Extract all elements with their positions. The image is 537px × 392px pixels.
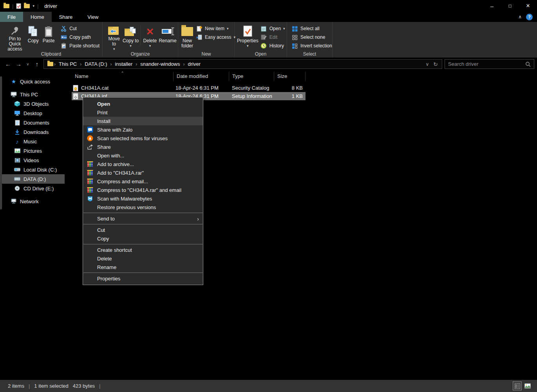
tab-view[interactable]: View [80,12,106,22]
column-header-date-modified[interactable]: Date modified [174,72,229,81]
menu-item-share-with-zalo[interactable]: Share with Zalo [83,125,203,134]
sidebar-scrollbar[interactable] [0,76,2,210]
sidebar-item-documents[interactable]: Documents [0,118,65,127]
breadcrumb-snander-windows[interactable]: snander-windows [137,61,183,67]
menu-item-restore-previous-versions[interactable]: Restore previous versions [83,203,203,211]
qat-new-folder-icon[interactable] [24,4,30,8]
copy-path-button[interactable]: Copy path [58,33,101,42]
menu-separator [83,213,203,213]
refresh-icon[interactable]: ↻ [433,61,438,67]
quick-access-toolbar: | ▾ | driver [0,3,57,9]
paste-button[interactable]: Paste [41,23,57,52]
recent-locations-chevron-icon[interactable]: ∨ [24,62,32,66]
rename-button[interactable]: Rename [158,23,177,52]
delete-x-icon: × [146,24,154,38]
tab-file[interactable]: File [0,12,23,22]
breadcrumb-driver[interactable]: driver [185,61,204,67]
menu-item-create-shortcut[interactable]: Create shortcut [83,246,203,254]
menu-item-open-with[interactable]: Open with... [83,151,203,160]
maximize-button[interactable]: □ [501,0,519,12]
menu-item-copy[interactable]: Copy [83,234,203,243]
menu-item-compress-to-rar-and-email[interactable]: Compress to "CH341A.rar" and email [83,186,203,194]
history-button[interactable]: History [259,42,287,50]
separator: | [99,383,100,389]
menu-item-share[interactable]: Share [83,143,203,151]
sidebar-item-3d-objects[interactable]: 3D Objects [0,99,65,108]
details-view-button[interactable] [513,381,522,390]
menu-item-properties[interactable]: Properties [83,274,203,283]
sidebar-item-data-d[interactable]: DATA (D:) [0,174,65,184]
sidebar-item-pictures[interactable]: Pictures [0,146,65,155]
column-header-size[interactable]: Size [274,72,306,81]
copy-button[interactable]: Copy [26,23,41,52]
copy-to-button[interactable]: Copy to ▾ [122,23,139,52]
new-folder-button[interactable]: New folder [181,23,193,52]
column-header-type[interactable]: Type [229,72,274,81]
forward-button[interactable]: → [13,61,24,67]
menu-item-open[interactable]: Open [83,99,203,108]
sidebar-item-desktop[interactable]: Desktop [0,108,65,118]
invert-selection-button[interactable]: Invert selection [289,42,334,50]
minimize-button[interactable]: – [483,0,501,12]
menu-item-rename[interactable]: Rename [83,263,203,271]
qat-customize-chevron-icon[interactable]: ▾ [33,4,34,8]
select-all-button[interactable]: Select all [289,24,334,33]
edit-icon [260,34,267,40]
select-none-button[interactable]: Select none [289,33,334,42]
back-button[interactable]: ← [3,61,13,67]
thumbnail-view-button[interactable] [523,381,532,390]
address-dropdown-chevron-icon[interactable]: ∨ [425,61,429,67]
menu-item-install[interactable]: Install [83,117,203,125]
cut-button[interactable]: Cut [58,24,101,33]
menu-item-send-to[interactable]: Send to › [83,214,203,223]
file-row-ch341a-cat[interactable]: CH341A.cat 18-Apr-24 6:31 PM Security Ca… [72,84,306,92]
tab-home[interactable]: Home [23,12,52,22]
breadcrumb-this-pc[interactable]: This PC [56,61,80,67]
close-button[interactable]: × [519,0,537,12]
new-item-button[interactable]: New item▾ [194,24,237,33]
sidebar-item-downloads[interactable]: Downloads [0,127,65,137]
menu-item-print[interactable]: Print [83,108,203,117]
up-button[interactable]: ↑ [32,61,42,67]
search-icon[interactable] [525,61,531,67]
breadcrumb-data-d[interactable]: DATA (D:) [81,61,110,67]
sidebar-item-quick-access[interactable]: ★ Quick access [0,77,65,86]
menu-item-compress-and-email[interactable]: Compress and email... [83,177,203,186]
menu-item-scan-with-malwarebytes[interactable]: Scan with Malwarebytes [83,194,203,203]
picture-icon [14,148,20,153]
sidebar-item-label: Documents [24,120,49,126]
menu-item-cut[interactable]: Cut [83,226,203,234]
sidebar-item-this-pc[interactable]: This PC [0,90,65,99]
menu-item-delete[interactable]: Delete [83,254,203,263]
qat-properties-icon[interactable] [16,3,21,9]
breadcrumb-installer[interactable]: installer [112,61,136,67]
paste-shortcut-button[interactable]: Paste shortcut [58,42,101,50]
properties-button[interactable]: Properties ▾ [237,23,259,52]
sidebar-item-label: DATA (D:) [24,176,46,182]
tab-share[interactable]: Share [52,12,80,22]
notepad-icon [260,25,267,32]
sidebar-item-local-disk-c[interactable]: Local Disk (C:) [0,165,65,174]
sidebar-item-music[interactable]: ♪ Music [0,137,65,146]
move-to-button[interactable]: Move to ▾ [106,23,122,52]
sidebar-item-cd-drive-e[interactable]: CD Drive (E:) [0,184,65,193]
menu-item-scan-for-viruses[interactable]: Scan selected items for viruses [83,134,203,143]
open-button[interactable]: Open ▾ [259,24,287,33]
button-label: New item [205,26,224,31]
address-bar[interactable]: › This PC › DATA (D:) › installer › snan… [43,59,442,69]
menu-item-add-to-rar[interactable]: Add to "CH341A.rar" [83,168,203,177]
pin-to-quick-access-button[interactable]: Pin to Quick access [4,23,26,52]
security-catalog-file-icon [73,85,78,91]
easy-access-button[interactable]: Easy access▾ [194,33,237,42]
delete-button[interactable]: × Delete ▾ [142,23,158,52]
menu-item-add-to-archive[interactable]: Add to archive... [83,160,203,168]
help-button[interactable]: ? [526,14,533,20]
search-input[interactable] [448,61,525,67]
edit-button[interactable]: Edit [259,33,287,42]
sidebar-item-videos[interactable]: Videos [0,155,65,165]
collapse-ribbon-icon[interactable]: ∧ [518,14,522,20]
search-box[interactable] [445,59,534,69]
winrar-icon [86,187,94,193]
sidebar-item-network[interactable]: Network [0,197,65,206]
column-header-name[interactable]: ^ Name [72,72,174,81]
